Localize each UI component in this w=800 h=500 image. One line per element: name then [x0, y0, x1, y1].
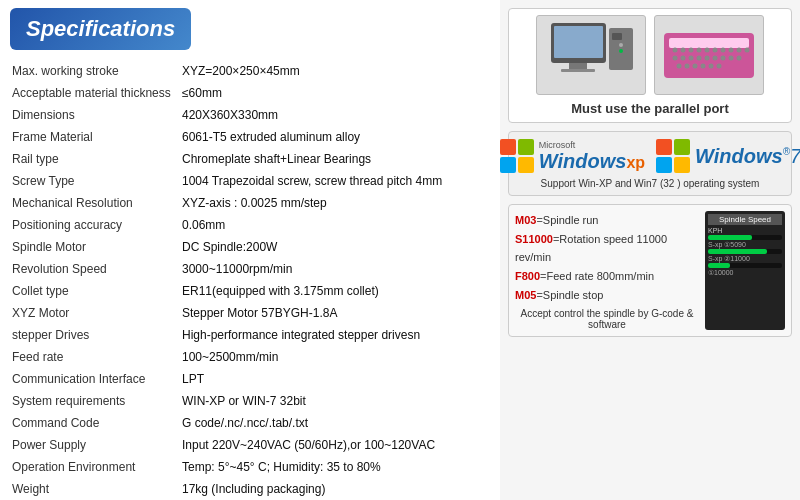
page-title: Specifications [26, 16, 175, 41]
svg-rect-1 [554, 26, 603, 58]
spindle-meter: Spindle Speed KPH S-xp ①5090 S-xp ②11000… [705, 211, 785, 330]
spec-label: Power Supply [10, 434, 180, 456]
svg-point-25 [713, 55, 718, 60]
table-row: Mechanical ResolutionXYZ-axis : 0.0025 m… [10, 192, 490, 214]
spec-label: Weight [10, 478, 180, 500]
gcode-key: S11000 [515, 233, 553, 245]
spec-value: 1004 Trapezoidal screw, screw thread pit… [180, 170, 490, 192]
svg-rect-36 [518, 139, 534, 155]
svg-rect-3 [561, 69, 595, 72]
svg-point-12 [689, 47, 694, 52]
svg-rect-35 [500, 139, 516, 155]
table-row: Power SupplyInput 220V~240VAC (50/60Hz),… [10, 434, 490, 456]
port-label: Must use the parallel port [571, 101, 728, 116]
gcode-key: M03 [515, 214, 536, 226]
svg-point-33 [709, 63, 714, 68]
svg-rect-38 [518, 157, 534, 173]
spec-label: Command Code [10, 412, 180, 434]
spec-value: 3000~11000rpm/min [180, 258, 490, 280]
spec-label: Rail type [10, 148, 180, 170]
svg-rect-37 [500, 157, 516, 173]
svg-point-16 [721, 47, 726, 52]
gcode-desc: =Spindle run [536, 214, 598, 226]
svg-rect-2 [569, 63, 587, 69]
gcode-key: M05 [515, 289, 536, 301]
windows-box: Microsoft Windowsxp Windows®7 [508, 131, 792, 196]
gcode-row: S11000=Rotation speed 11000 rev/min [515, 230, 699, 267]
table-row: Screw Type1004 Trapezoidal screw, screw … [10, 170, 490, 192]
svg-point-29 [677, 63, 682, 68]
table-row: Spindle MotorDC Spindle:200W [10, 236, 490, 258]
spec-label: Positioning accuracy [10, 214, 180, 236]
spec-label: Acceptable material thickness [10, 82, 180, 104]
spec-value: ER11(equipped with 3.175mm collet) [180, 280, 490, 302]
table-row: Weight17kg (Including packaging) [10, 478, 490, 500]
spec-label: Dimensions [10, 104, 180, 126]
table-row: Feed rate100~2500mm/min [10, 346, 490, 368]
spec-label: Revolution Speed [10, 258, 180, 280]
computer-image [536, 15, 646, 95]
port-images [536, 15, 764, 95]
svg-point-27 [729, 55, 734, 60]
spec-value: XYZ-axis : 0.0025 mm/step [180, 192, 490, 214]
left-panel: Specifications Max. working strokeXYZ=20… [0, 0, 500, 500]
spindle-title: Spindle Speed [708, 214, 782, 225]
spec-value: WIN-XP or WIN-7 32bit [180, 390, 490, 412]
svg-rect-41 [656, 157, 672, 173]
spec-value: Chromeplate shaft+Linear Bearings [180, 148, 490, 170]
svg-rect-42 [674, 157, 690, 173]
gcode-row: M03=Spindle run [515, 211, 699, 230]
spec-label: Feed rate [10, 346, 180, 368]
svg-point-6 [619, 43, 623, 47]
svg-point-13 [697, 47, 702, 52]
spec-value: 17kg (Including packaging) [180, 478, 490, 500]
svg-point-32 [701, 63, 706, 68]
spec-label: Max. working stroke [10, 60, 180, 82]
svg-point-14 [705, 47, 710, 52]
parallel-port-image [654, 15, 764, 95]
windows-logos: Microsoft Windowsxp Windows®7 [499, 138, 800, 174]
gcode-key: F800 [515, 270, 540, 282]
svg-point-17 [729, 47, 734, 52]
table-row: Operation EnvironmentTemp: 5°~45° C; Hum… [10, 456, 490, 478]
spec-table: Max. working strokeXYZ=200×250×45mmAccep… [10, 60, 490, 500]
spec-label: Communication Interface [10, 368, 180, 390]
port-box: Must use the parallel port [508, 8, 792, 123]
table-row: Dimensions420X360X330mm [10, 104, 490, 126]
spec-value: 6061-T5 extruded aluminum alloy [180, 126, 490, 148]
spec-label: Mechanical Resolution [10, 192, 180, 214]
spec-label: Frame Material [10, 126, 180, 148]
spec-value: 0.06mm [180, 214, 490, 236]
svg-point-24 [705, 55, 710, 60]
svg-point-7 [619, 49, 623, 53]
svg-rect-5 [612, 33, 622, 40]
table-row: Positioning accuracy0.06mm [10, 214, 490, 236]
table-row: System requirementsWIN-XP or WIN-7 32bit [10, 390, 490, 412]
svg-point-21 [681, 55, 686, 60]
svg-rect-39 [656, 139, 672, 155]
gcode-row: M05=Spindle stop [515, 286, 699, 305]
spec-value: Temp: 5°~45° C; Humidity: 35 to 80% [180, 456, 490, 478]
spec-value: XYZ=200×250×45mm [180, 60, 490, 82]
table-row: Frame Material6061-T5 extruded aluminum … [10, 126, 490, 148]
svg-point-20 [673, 55, 678, 60]
table-row: Revolution Speed3000~11000rpm/min [10, 258, 490, 280]
svg-point-28 [737, 55, 742, 60]
svg-point-31 [693, 63, 698, 68]
spec-value: 420X360X330mm [180, 104, 490, 126]
svg-point-26 [721, 55, 726, 60]
spec-value: ≤60mm [180, 82, 490, 104]
spec-value: Input 220V~240VAC (50/60Hz),or 100~120VA… [180, 434, 490, 456]
spec-label: XYZ Motor [10, 302, 180, 324]
svg-point-11 [681, 47, 686, 52]
gcode-desc: =Feed rate 800mm/min [540, 270, 654, 282]
spec-label: stepper Drives [10, 324, 180, 346]
win7-logo: Windows®7 [655, 138, 800, 174]
svg-point-18 [737, 47, 742, 52]
gcode-bottom-label: Accept control the spindle by G-code & s… [515, 308, 699, 330]
svg-point-10 [673, 47, 678, 52]
svg-point-34 [717, 63, 722, 68]
table-row: Acceptable material thickness≤60mm [10, 82, 490, 104]
spec-value: G code/.nc/.ncc/.tab/.txt [180, 412, 490, 434]
title-box: Specifications [10, 8, 191, 50]
